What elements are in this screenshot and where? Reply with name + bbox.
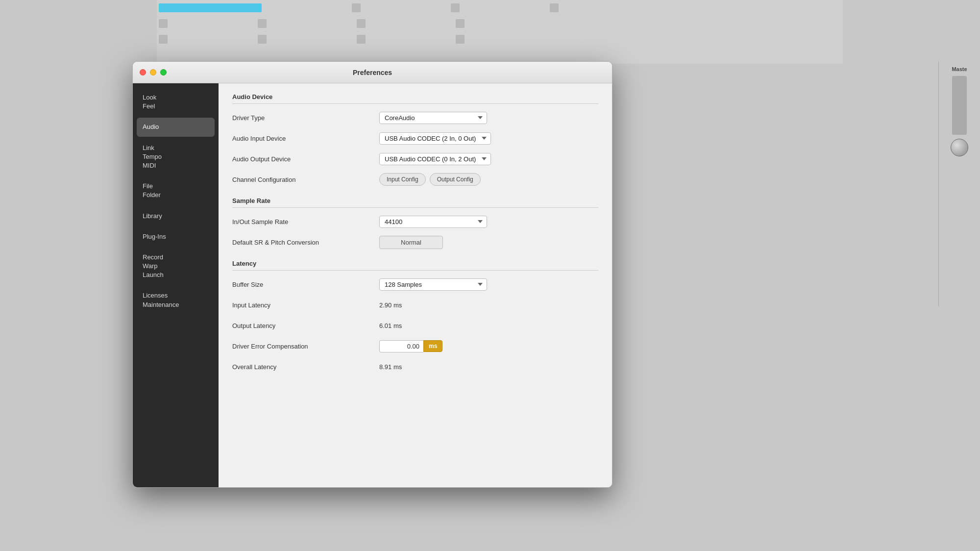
driver-error-compensation-control: ms	[379, 340, 598, 352]
audio-input-device-control: USB Audio CODEC (2 In, 0 Out) Built-in M…	[379, 132, 598, 145]
window-title: Preferences	[353, 69, 392, 76]
daw-cell	[352, 3, 361, 12]
daw-cell	[550, 3, 559, 12]
latency-title: Latency	[232, 260, 598, 271]
input-latency-value: 2.90 ms	[379, 301, 598, 309]
input-ms-group: ms	[379, 340, 442, 352]
master-panel: Maste	[938, 61, 980, 306]
driver-error-compensation-label: Driver Error Compensation	[232, 343, 379, 350]
ms-button[interactable]: ms	[423, 340, 442, 352]
default-sr-pitch-row: Default SR & Pitch Conversion Normal	[232, 234, 598, 250]
daw-cell	[451, 3, 460, 12]
maximize-button[interactable]	[160, 69, 167, 75]
sidebar: LookFeel Audio LinkTempoMIDI FileFolder …	[133, 83, 219, 487]
sidebar-item-audio[interactable]: Audio	[137, 118, 215, 136]
in-out-sample-rate-control: 44100 48000 88200 96000	[379, 216, 598, 228]
preferences-window: Preferences LookFeel Audio LinkTempoMIDI…	[132, 61, 612, 488]
daw-tracks	[157, 0, 843, 64]
audio-output-device-label: Audio Output Device	[232, 155, 379, 163]
output-latency-display: 6.01 ms	[379, 322, 402, 329]
output-latency-value: 6.01 ms	[379, 322, 598, 329]
daw-cell	[456, 35, 465, 44]
default-sr-pitch-control: Normal	[379, 236, 598, 249]
audio-output-device-row: Audio Output Device USB Audio CODEC (0 I…	[232, 151, 598, 167]
overall-latency-value: 8.91 ms	[379, 363, 598, 371]
sample-rate-section: Sample Rate In/Out Sample Rate 44100 480…	[232, 197, 598, 250]
driver-type-control: CoreAudio ASIO	[379, 112, 598, 124]
sidebar-item-licenses-maintenance[interactable]: LicensesMaintenance	[137, 286, 215, 314]
master-fader[interactable]	[952, 76, 967, 135]
input-config-button[interactable]: Input Config	[379, 173, 426, 186]
driver-error-compensation-input[interactable]	[379, 340, 423, 352]
channel-configuration-row: Channel Configuration Input Config Outpu…	[232, 172, 598, 187]
title-bar: Preferences	[133, 62, 612, 83]
preferences-body: LookFeel Audio LinkTempoMIDI FileFolder …	[133, 83, 612, 487]
sidebar-item-link-tempo-midi[interactable]: LinkTempoMIDI	[137, 139, 215, 175]
latency-section: Latency Buffer Size 64 Samples 128 Sampl…	[232, 260, 598, 375]
sidebar-item-record-warp-launch[interactable]: RecordWarpLaunch	[137, 248, 215, 285]
output-config-button[interactable]: Output Config	[430, 173, 481, 186]
buffer-size-label: Buffer Size	[232, 281, 379, 288]
audio-output-device-dropdown[interactable]: USB Audio CODEC (0 In, 2 Out) Built-in O…	[379, 153, 491, 165]
channel-configuration-control: Input Config Output Config	[379, 173, 598, 186]
input-latency-display: 2.90 ms	[379, 301, 402, 309]
in-out-sample-rate-row: In/Out Sample Rate 44100 48000 88200 960…	[232, 214, 598, 229]
normal-button[interactable]: Normal	[379, 236, 443, 249]
traffic-lights	[140, 69, 167, 75]
daw-cell	[456, 19, 465, 28]
buffer-size-row: Buffer Size 64 Samples 128 Samples 256 S…	[232, 276, 598, 292]
daw-cell	[258, 19, 267, 28]
audio-input-device-label: Audio Input Device	[232, 135, 379, 142]
close-button[interactable]	[140, 69, 146, 75]
master-label: Maste	[952, 66, 967, 72]
buffer-size-dropdown[interactable]: 64 Samples 128 Samples 256 Samples 512 S…	[379, 278, 487, 291]
default-sr-pitch-label: Default SR & Pitch Conversion	[232, 239, 379, 246]
output-latency-label: Output Latency	[232, 322, 379, 329]
buffer-size-control: 64 Samples 128 Samples 256 Samples 512 S…	[379, 278, 598, 291]
driver-type-label: Driver Type	[232, 114, 379, 122]
sidebar-item-library[interactable]: Library	[137, 207, 215, 225]
input-latency-label: Input Latency	[232, 301, 379, 309]
sidebar-item-look-feel[interactable]: LookFeel	[137, 88, 215, 116]
driver-type-row: Driver Type CoreAudio ASIO	[232, 110, 598, 125]
overall-latency-row: Overall Latency 8.91 ms	[232, 359, 598, 375]
audio-device-title: Audio Device	[232, 93, 598, 104]
audio-output-device-control: USB Audio CODEC (0 In, 2 Out) Built-in O…	[379, 153, 598, 165]
overall-latency-display: 8.91 ms	[379, 363, 402, 371]
daw-cell-active	[159, 3, 262, 12]
daw-cell	[159, 19, 168, 28]
overall-latency-label: Overall Latency	[232, 363, 379, 371]
output-latency-row: Output Latency 6.01 ms	[232, 318, 598, 333]
daw-cell	[258, 35, 267, 44]
sample-rate-title: Sample Rate	[232, 197, 598, 208]
channel-configuration-label: Channel Configuration	[232, 176, 379, 183]
daw-cell	[159, 35, 168, 44]
audio-device-section: Audio Device Driver Type CoreAudio ASIO …	[232, 93, 598, 187]
input-latency-row: Input Latency 2.90 ms	[232, 297, 598, 313]
content-area: Audio Device Driver Type CoreAudio ASIO …	[219, 83, 612, 487]
driver-error-compensation-row: Driver Error Compensation ms	[232, 338, 598, 354]
audio-input-device-row: Audio Input Device USB Audio CODEC (2 In…	[232, 130, 598, 146]
in-out-sample-rate-dropdown[interactable]: 44100 48000 88200 96000	[379, 216, 487, 228]
sidebar-item-file-folder[interactable]: FileFolder	[137, 177, 215, 204]
audio-input-device-dropdown[interactable]: USB Audio CODEC (2 In, 0 Out) Built-in M…	[379, 132, 491, 145]
master-knob[interactable]	[951, 139, 968, 156]
driver-type-dropdown[interactable]: CoreAudio ASIO	[379, 112, 487, 124]
in-out-sample-rate-label: In/Out Sample Rate	[232, 218, 379, 225]
daw-cell	[357, 19, 366, 28]
daw-cell	[357, 35, 366, 44]
minimize-button[interactable]	[150, 69, 156, 75]
sidebar-item-plug-ins[interactable]: Plug-Ins	[137, 227, 215, 246]
